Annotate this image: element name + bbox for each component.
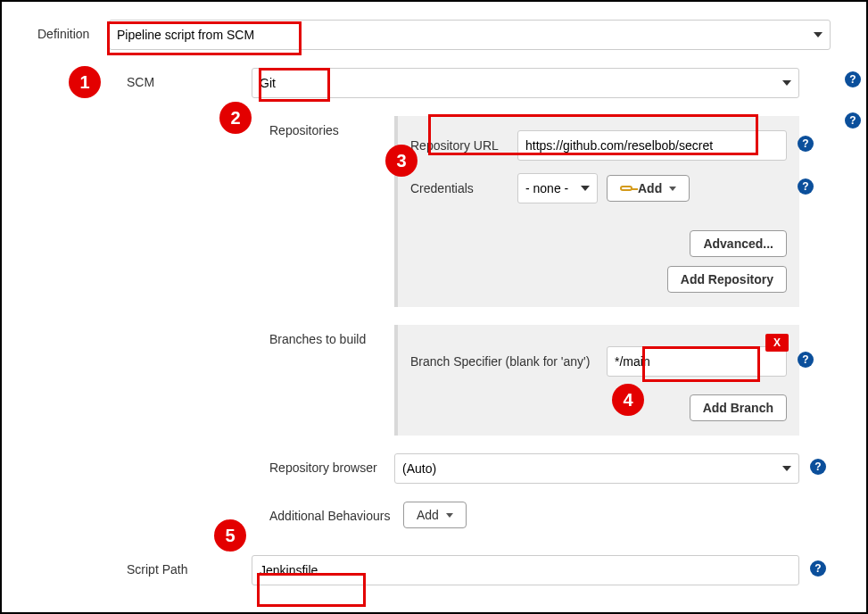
help-icon[interactable]: ?: [845, 71, 861, 87]
help-icon[interactable]: ?: [798, 352, 814, 368]
add-label: Add: [417, 508, 439, 522]
add-label: Add: [638, 181, 662, 195]
chevron-down-icon: [669, 187, 676, 191]
additional-behaviours-label: Additional Behaviours: [269, 502, 403, 523]
annotation-circle-4: 4: [612, 384, 644, 416]
definition-select[interactable]: Pipeline script from SCM: [109, 20, 831, 50]
help-icon[interactable]: ?: [810, 459, 826, 475]
advanced-button[interactable]: Advanced...: [690, 230, 787, 257]
repositories-panel: Repository URL ? Credentials - none -: [394, 116, 799, 307]
branch-specifier-input[interactable]: [607, 346, 787, 377]
additional-behaviours-add-button[interactable]: Add: [403, 502, 467, 528]
credentials-select[interactable]: - none -: [517, 173, 598, 203]
definition-label: Definition: [37, 20, 109, 41]
help-icon[interactable]: ?: [810, 560, 826, 577]
repositories-label: Repositories: [269, 116, 394, 137]
scm-label: SCM: [127, 68, 252, 89]
annotation-circle-5: 5: [214, 519, 246, 552]
repo-browser-label: Repository browser: [269, 453, 394, 475]
add-repository-button[interactable]: Add Repository: [667, 266, 787, 293]
branches-label: Branches to build: [269, 325, 394, 346]
repo-url-label: Repository URL: [410, 138, 508, 153]
help-icon[interactable]: ?: [798, 136, 814, 152]
help-icon[interactable]: ?: [845, 112, 861, 129]
annotation-circle-3: 3: [385, 145, 417, 177]
branch-specifier-label: Branch Specifier (blank for 'any'): [410, 354, 598, 369]
add-branch-button[interactable]: Add Branch: [690, 394, 787, 421]
credentials-label: Credentials: [410, 181, 508, 195]
annotation-circle-1: 1: [69, 66, 101, 98]
branches-panel: Branch Specifier (blank for 'any') X ? A…: [394, 325, 799, 436]
help-icon[interactable]: ?: [798, 178, 814, 195]
key-icon: [620, 186, 632, 191]
scm-select[interactable]: Git: [252, 68, 799, 98]
repo-browser-select[interactable]: (Auto): [394, 453, 799, 484]
annotation-circle-2: 2: [219, 102, 252, 134]
chevron-down-icon: [446, 513, 453, 518]
script-path-input[interactable]: [252, 555, 799, 585]
repo-url-input[interactable]: [517, 130, 787, 161]
script-path-label: Script Path: [127, 555, 252, 577]
credentials-add-button[interactable]: Add: [607, 175, 690, 202]
delete-branch-button[interactable]: X: [765, 334, 789, 352]
